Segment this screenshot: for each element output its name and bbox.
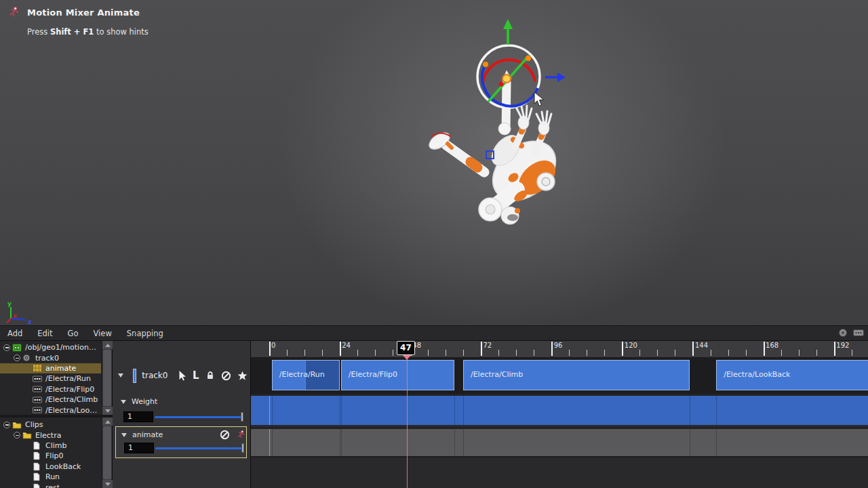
frame-ruler[interactable]: 024487296120144168192 — [251, 341, 868, 358]
axis-y-label: y — [7, 300, 12, 307]
collapse-weight-icon[interactable] — [121, 400, 126, 404]
clip-climb[interactable]: /Electra/Climb — [463, 360, 690, 390]
scroll-up-button[interactable] — [102, 418, 113, 426]
file-icon — [33, 441, 43, 449]
ruler-frame-label: 96 — [554, 342, 563, 349]
lock-icon[interactable] — [205, 370, 215, 381]
collapse-toggle-icon[interactable] — [3, 422, 10, 428]
clip-boundary-line — [272, 396, 273, 425]
tree-item-electra[interactable]: Electra — [0, 430, 101, 440]
weight-label: Weight — [132, 397, 157, 406]
ruler-frame-label: 0 — [271, 342, 275, 349]
tree-item-clips[interactable]: Clips — [0, 420, 101, 430]
tree-item--electra-climb[interactable]: /Electra/Climb — [0, 394, 101, 405]
scroll-down-button[interactable] — [102, 480, 113, 488]
clip-flip0[interactable]: /Electra/Flip0 — [341, 360, 454, 390]
clip-boundary-line — [454, 429, 455, 456]
playhead-line[interactable] — [407, 355, 408, 488]
tree-item-label: Run — [45, 472, 60, 481]
clip-run[interactable]: /Electra/Run — [272, 360, 340, 390]
menu-edit[interactable]: Edit — [30, 329, 60, 338]
clip-boundary-line — [463, 429, 464, 456]
scroll-up-button[interactable] — [102, 341, 113, 349]
collapse-toggle-icon[interactable] — [14, 432, 20, 439]
star-icon[interactable] — [237, 370, 248, 381]
network-node-icon — [12, 344, 22, 352]
character-icon[interactable] — [236, 429, 247, 440]
tree-item-rest[interactable]: rest — [0, 482, 101, 488]
clip-boundary-line — [716, 429, 717, 456]
tree-item--electra-run[interactable]: /Electra/Run — [0, 373, 101, 384]
ruler-major-tick — [764, 342, 765, 356]
mute-icon[interactable] — [221, 370, 231, 381]
rotate-gizmo — [477, 19, 566, 108]
collapse-track-icon[interactable] — [118, 373, 123, 378]
collapse-toggle-icon[interactable] — [14, 354, 20, 361]
tree-item-climb[interactable]: Climb — [0, 441, 101, 451]
tree-item-track0[interactable]: track0 — [0, 352, 101, 363]
tree-item--electra-look-[interactable]: /Electra/Look... — [0, 405, 101, 415]
track-color-swatch[interactable] — [133, 369, 136, 383]
weight-track-row[interactable] — [251, 394, 868, 425]
network-tree-scrollbar[interactable] — [102, 341, 112, 415]
clip-label: /Electra/Run — [279, 370, 325, 379]
playhead-frame-badge[interactable]: 47 — [397, 341, 415, 355]
clip-track-row: /Electra/Run/Electra/Flip0/Electra/Climb… — [251, 358, 868, 394]
ruler-major-tick — [551, 342, 553, 356]
animate-track-row[interactable] — [251, 427, 868, 456]
ruler-major-tick — [269, 342, 271, 356]
options-icon[interactable] — [853, 329, 864, 336]
timeline-empty-area — [251, 456, 868, 488]
track-name: track0 — [142, 371, 167, 380]
scroll-down-button[interactable] — [102, 407, 113, 415]
tree-item--electra-flip0[interactable]: /Electra/Flip0 — [0, 384, 101, 394]
tree-item-run[interactable]: Run — [0, 472, 101, 482]
weight-value-field[interactable]: 1 — [123, 411, 153, 422]
tree-item-label: Climb — [45, 441, 67, 450]
tree-item-animate[interactable]: animate — [0, 363, 101, 373]
ruler-minor-tick — [463, 350, 464, 356]
menu-snapping[interactable]: Snapping — [119, 329, 171, 338]
slider-handle[interactable] — [241, 443, 244, 453]
tree-item-label: /obj/geo1/motionmix... — [25, 343, 101, 352]
menu-add[interactable]: Add — [0, 329, 30, 338]
select-pointer-icon[interactable] — [178, 370, 186, 381]
file-icon — [33, 462, 43, 470]
folder-icon — [22, 431, 33, 439]
clip-boundary-line — [272, 429, 273, 456]
clip-lookback[interactable]: /Electra/LookBack — [716, 360, 868, 390]
tree-item--obj-geo1-motionmix-[interactable]: /obj/geo1/motionmix... — [0, 342, 101, 352]
loop-icon[interactable]: L — [193, 370, 199, 381]
menu-view[interactable]: View — [86, 329, 119, 338]
collapse-animate-icon[interactable] — [121, 433, 127, 437]
ruler-frame-label: 192 — [836, 342, 849, 349]
tree-item-label: animate — [45, 364, 76, 373]
tree-item-flip0[interactable]: Flip0 — [0, 451, 101, 461]
ruler-minor-tick — [357, 350, 358, 356]
weight-section-header[interactable]: Weight — [121, 397, 157, 406]
menu-go[interactable]: Go — [60, 329, 86, 338]
tree-item-label: /Electra/Run — [45, 374, 91, 383]
clips-tree-scrollbar[interactable] — [102, 418, 112, 488]
clip-icon — [33, 385, 43, 393]
scroll-thumb[interactable] — [103, 426, 111, 479]
animate-icon — [33, 364, 43, 372]
animate-value-field[interactable]: 1 — [124, 443, 154, 453]
tree-item-label: LookBack — [45, 462, 81, 471]
scroll-thumb[interactable] — [103, 350, 111, 406]
file-icon — [33, 483, 43, 488]
ruler-frame-label: 144 — [695, 342, 708, 349]
ruler-minor-tick — [604, 350, 605, 356]
animate-section-header[interactable]: animate — [121, 430, 163, 439]
weight-slider[interactable] — [155, 411, 243, 422]
camera-icon[interactable] — [838, 328, 848, 338]
animate-slider[interactable] — [155, 443, 244, 453]
tree-item-lookback[interactable]: LookBack — [0, 462, 101, 472]
slider-handle[interactable] — [241, 412, 243, 422]
mute-icon[interactable] — [220, 429, 231, 440]
viewport-3d[interactable]: Motion Mixer Animate Press Shift + F1 to… — [0, 0, 868, 326]
playhead-marker[interactable] — [403, 355, 411, 360]
ruler-minor-tick — [746, 350, 747, 356]
collapse-toggle-icon[interactable] — [3, 344, 10, 351]
ruler-minor-tick — [304, 350, 305, 356]
